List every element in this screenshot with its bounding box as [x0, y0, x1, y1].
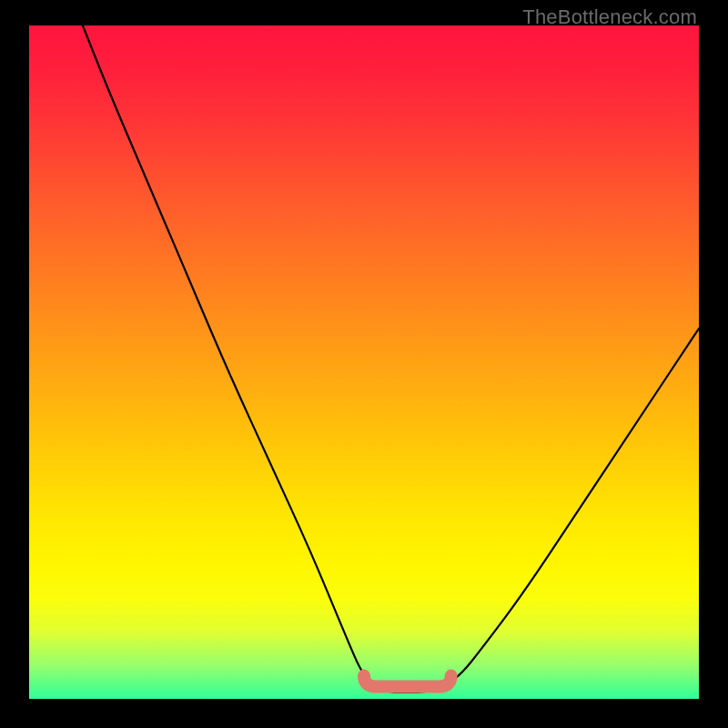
highlight-segment — [364, 676, 451, 687]
curve-svg — [29, 25, 699, 699]
bottleneck-curve-path — [83, 25, 699, 693]
chart-frame: TheBottleneck.com — [0, 0, 728, 728]
plot-area — [29, 25, 699, 699]
